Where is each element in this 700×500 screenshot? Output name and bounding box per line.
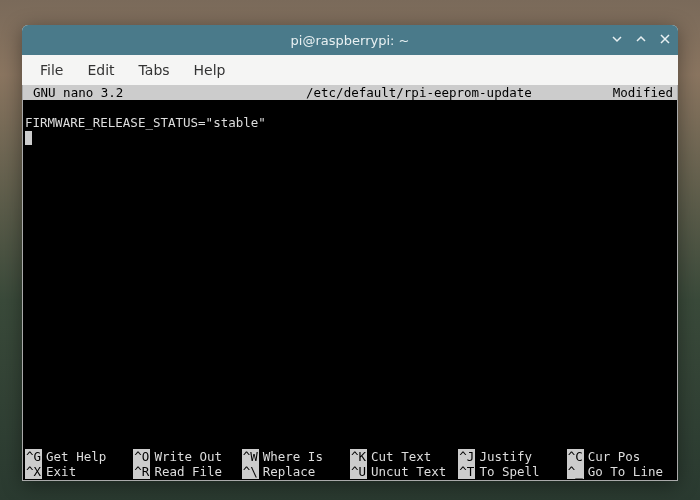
- shortcut-cur-pos[interactable]: ^CCur Pos: [567, 449, 675, 464]
- shortcut-replace[interactable]: ^\Replace: [242, 464, 350, 479]
- window-title: pi@raspberrypi: ~: [291, 33, 410, 48]
- editor-line: [25, 130, 675, 145]
- titlebar[interactable]: pi@raspberrypi: ~: [22, 25, 678, 55]
- shortcut-read-file[interactable]: ^RRead File: [133, 464, 241, 479]
- nano-filepath: /etc/default/rpi-eeprom-update: [225, 85, 613, 100]
- shortcut-cut-text[interactable]: ^KCut Text: [350, 449, 458, 464]
- shortcut-go-to-line[interactable]: ^_Go To Line: [567, 464, 675, 479]
- nano-header: GNU nano 3.2 /etc/default/rpi-eeprom-upd…: [23, 85, 677, 100]
- terminal-window: pi@raspberrypi: ~ File Edit Tabs Help GN…: [22, 25, 678, 481]
- nano-status: Modified: [613, 85, 675, 100]
- nano-footer-row-2: ^XExit ^RRead File ^\Replace ^UUncut Tex…: [25, 464, 675, 479]
- shortcut-justify[interactable]: ^JJustify: [458, 449, 566, 464]
- menu-help[interactable]: Help: [184, 58, 236, 82]
- shortcut-uncut-text[interactable]: ^UUncut Text: [350, 464, 458, 479]
- nano-editor-body[interactable]: FIRMWARE_RELEASE_STATUS="stable": [23, 115, 677, 145]
- titlebar-controls: [612, 25, 670, 55]
- cursor-icon: [25, 131, 32, 145]
- nano-footer-row-1: ^GGet Help ^OWrite Out ^WWhere Is ^KCut …: [25, 449, 675, 464]
- chevron-down-icon: [612, 34, 622, 44]
- nano-footer: ^GGet Help ^OWrite Out ^WWhere Is ^KCut …: [23, 449, 677, 480]
- shortcut-exit[interactable]: ^XExit: [25, 464, 133, 479]
- shortcut-where-is[interactable]: ^WWhere Is: [242, 449, 350, 464]
- chevron-up-icon: [636, 34, 646, 44]
- menu-edit[interactable]: Edit: [77, 58, 124, 82]
- shortcut-get-help[interactable]: ^GGet Help: [25, 449, 133, 464]
- shortcut-write-out[interactable]: ^OWrite Out: [133, 449, 241, 464]
- minimize-button[interactable]: [612, 33, 622, 47]
- close-icon: [660, 34, 670, 44]
- menu-file[interactable]: File: [30, 58, 73, 82]
- nano-version: GNU nano 3.2: [25, 85, 225, 100]
- shortcut-to-spell[interactable]: ^TTo Spell: [458, 464, 566, 479]
- maximize-button[interactable]: [636, 33, 646, 47]
- terminal-area[interactable]: GNU nano 3.2 /etc/default/rpi-eeprom-upd…: [22, 85, 678, 481]
- close-button[interactable]: [660, 33, 670, 47]
- menubar: File Edit Tabs Help: [22, 55, 678, 85]
- editor-line: FIRMWARE_RELEASE_STATUS="stable": [25, 115, 675, 130]
- menu-tabs[interactable]: Tabs: [129, 58, 180, 82]
